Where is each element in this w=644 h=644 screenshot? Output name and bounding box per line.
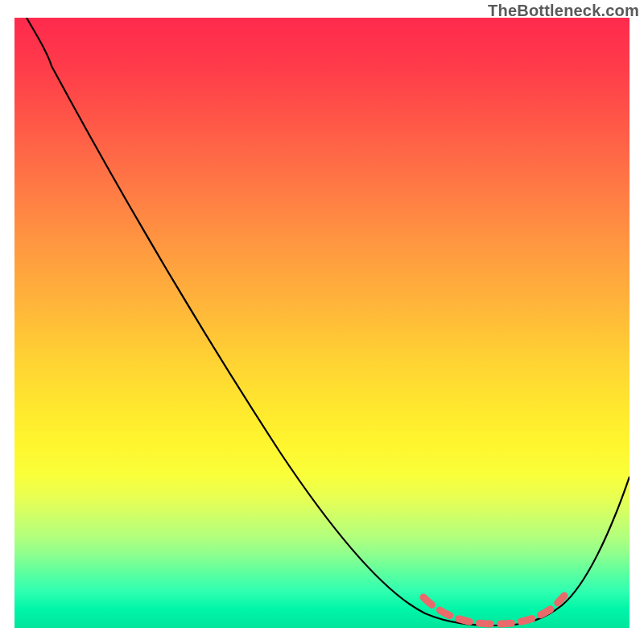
watermark-text: TheBottleneck.com bbox=[488, 2, 639, 20]
bottleneck-curve-line bbox=[27, 18, 630, 625]
bottleneck-chart: TheBottleneck.com bbox=[0, 0, 644, 644]
chart-svg bbox=[14, 18, 630, 628]
